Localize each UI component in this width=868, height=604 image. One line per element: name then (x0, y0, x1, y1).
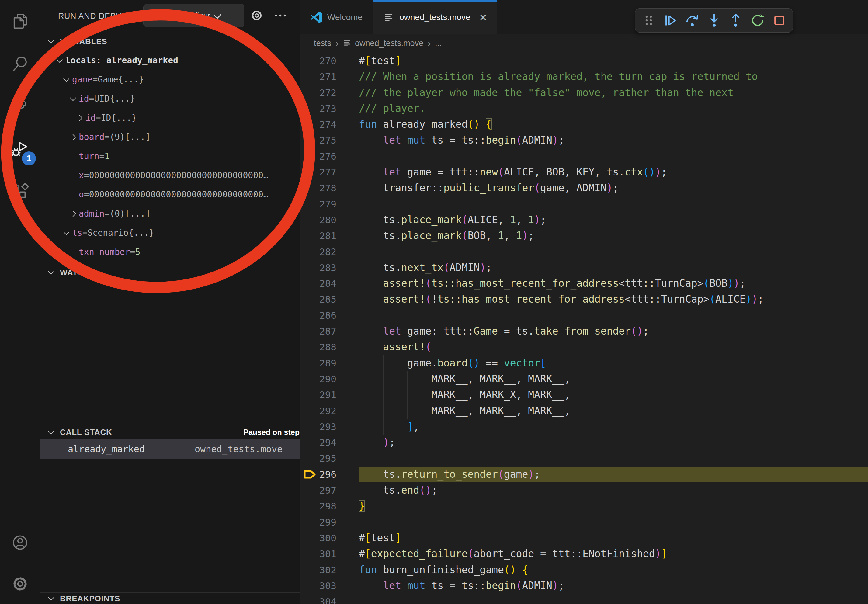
more-actions-icon[interactable] (274, 10, 287, 21)
variable-row[interactable]: game = Game{...} (40, 70, 299, 89)
line-number: 286 (300, 307, 336, 323)
code-line[interactable]: 304 (300, 594, 868, 604)
code-line[interactable]: 301#[expected_failure(abort_code = ttt::… (300, 546, 868, 562)
stop-button[interactable] (771, 12, 788, 29)
code-line[interactable]: 271/// When a position is already marked… (300, 69, 868, 85)
code-line[interactable]: 299 (300, 514, 868, 530)
tab-welcome[interactable]: Welcome (300, 0, 373, 34)
variable-row[interactable]: turn = 1 (40, 147, 299, 166)
breadcrumb-item[interactable]: ... (435, 39, 442, 48)
breakpoints-section-header[interactable]: BREAKPOINTS (40, 593, 299, 604)
sidebar-item-source-control[interactable] (0, 85, 40, 128)
variable-row[interactable]: admin = (0)[...] (40, 204, 299, 223)
code-line[interactable]: 286 (300, 307, 868, 323)
variable-text: = (82, 228, 88, 238)
code-line[interactable]: 272/// the player who made the "false" m… (300, 85, 868, 101)
variable-text: = (104, 209, 110, 219)
code-line[interactable]: 290 MARK__, MARK__, MARK__, (300, 371, 868, 387)
code-line[interactable]: 280 ts.place_mark(ALICE, 1, 1); (300, 212, 868, 228)
current-code-line[interactable]: 296 ts.return_to_sender(game); (300, 466, 868, 482)
variable-row[interactable]: board = (9)[...] (40, 127, 299, 147)
code-line[interactable]: 298} (300, 498, 868, 514)
code-line[interactable]: 284 assert!(ts::has_most_recent_for_addr… (300, 276, 868, 291)
code-line[interactable]: 276 (300, 149, 868, 164)
activity-bar: 1 (0, 0, 40, 604)
sidebar-item-run-and-debug[interactable]: 1 (0, 128, 40, 170)
variable-row[interactable]: id = ID{...} (40, 108, 299, 127)
watch-section-header[interactable]: WATCH (40, 264, 299, 281)
line-content: #[test] (336, 530, 868, 546)
code-line[interactable]: 274fun already_marked() { (300, 116, 868, 132)
code-line[interactable]: 294 ); (300, 435, 868, 451)
step-into-button[interactable] (705, 12, 722, 29)
code-line[interactable]: 273/// player. (300, 101, 868, 116)
code-line[interactable]: 282 (300, 244, 868, 260)
variable-row[interactable]: id = UID{...} (40, 89, 299, 108)
code-line[interactable]: 293 ], (300, 419, 868, 435)
config-dropdown[interactable]: No Configur (168, 11, 211, 20)
variable-row[interactable]: locals: already_marked (40, 51, 299, 70)
code-line[interactable]: 300#[test] (300, 530, 868, 546)
variables-section-header[interactable]: VARIABLES (40, 34, 299, 49)
variable-row[interactable]: txn_number = 5 (40, 242, 299, 262)
sidebar-item-extensions[interactable] (0, 170, 40, 213)
code-line[interactable]: 285 assert!(!ts::has_most_recent_for_add… (300, 291, 868, 307)
code-line[interactable]: 288 assert!( (300, 339, 868, 355)
code-line[interactable]: 270#[test] (300, 53, 868, 69)
variable-text: ID{...} (101, 113, 137, 123)
account-button[interactable] (0, 521, 40, 564)
continue-button[interactable] (662, 12, 679, 29)
chevron-down-icon (46, 36, 57, 47)
step-out-button[interactable] (727, 12, 744, 29)
step-over-button[interactable] (684, 12, 701, 29)
sidebar-item-explorer[interactable] (0, 0, 40, 43)
code-line[interactable]: 297 ts.end(); (300, 482, 868, 498)
line-number: 289 (300, 355, 336, 371)
line-number: 283 (300, 260, 336, 276)
code-line[interactable]: 303 let mut ts = ts::begin(ADMIN); (300, 578, 868, 594)
indent-guide (359, 149, 360, 164)
code-line[interactable]: 283 ts.next_tx(ADMIN); (300, 260, 868, 276)
start-debug-button[interactable] (144, 4, 163, 27)
line-content (336, 451, 868, 466)
code-line[interactable]: 278 transfer::public_transfer(game, ADMI… (300, 180, 868, 196)
launch-config-bar[interactable]: No Configur (143, 4, 244, 27)
code-line[interactable]: 281 ts.place_mark(BOB, 1, 1); (300, 228, 868, 244)
variable-text: id (85, 113, 96, 123)
close-tab-icon[interactable]: × (480, 11, 487, 23)
variable-row[interactable]: x = 0000000000000000000000000000000000… (40, 166, 299, 185)
variable-row[interactable]: o = 0000000000000000000000000000000000… (40, 185, 299, 204)
line-content: ts.next_tx(ADMIN); (336, 260, 868, 276)
code-line[interactable]: 291 MARK__, MARK_X, MARK__, (300, 387, 868, 403)
call-stack-header-label: CALL STACK (60, 427, 112, 437)
line-content: } (336, 498, 868, 514)
line-content: assert!(ts::has_most_recent_for_address<… (336, 276, 868, 291)
code-line[interactable]: 292 MARK__, MARK__, MARK__, (300, 403, 868, 419)
call-stack-section-header[interactable]: CALL STACK Paused on step (40, 425, 310, 439)
breadcrumb-item[interactable]: owned_tests.move (355, 39, 423, 48)
stack-frame-row[interactable]: already_marked owned_tests.move (40, 439, 299, 458)
tab-owned-tests[interactable]: owned_tests.move × (373, 0, 497, 34)
code-line[interactable]: 279 (300, 196, 868, 212)
code-line[interactable]: 302fun burn_unfinished_game() { (300, 562, 868, 578)
line-number: 280 (300, 212, 336, 228)
indent-guide (359, 355, 360, 371)
debug-settings-gear-icon[interactable] (250, 9, 263, 22)
code-lines[interactable]: 270#[test]271/// When a position is alre… (300, 53, 868, 604)
code-line[interactable]: 277 let game = ttt::new(ALICE, BOB, KEY,… (300, 164, 868, 180)
manage-button[interactable] (0, 563, 40, 604)
line-number: 270 (300, 53, 336, 69)
code-line[interactable]: 287 let game: ttt::Game = ts.take_from_s… (300, 323, 868, 339)
search-icon (12, 55, 29, 73)
code-line[interactable]: 275 let mut ts = ts::begin(ADMIN); (300, 132, 868, 148)
variable-row[interactable]: ts = Scenario{...} (40, 223, 299, 242)
settings-gear-icon (12, 575, 29, 592)
toolbar-drag-handle[interactable] (640, 12, 657, 29)
code-line[interactable]: 289 game.board() == vector[ (300, 355, 868, 371)
breadcrumb-item[interactable]: tests (314, 39, 331, 48)
variable-text: x (79, 170, 84, 180)
indent-guide (359, 132, 360, 148)
restart-button[interactable] (749, 12, 766, 29)
code-line[interactable]: 295 (300, 451, 868, 466)
sidebar-item-search[interactable] (0, 43, 40, 85)
